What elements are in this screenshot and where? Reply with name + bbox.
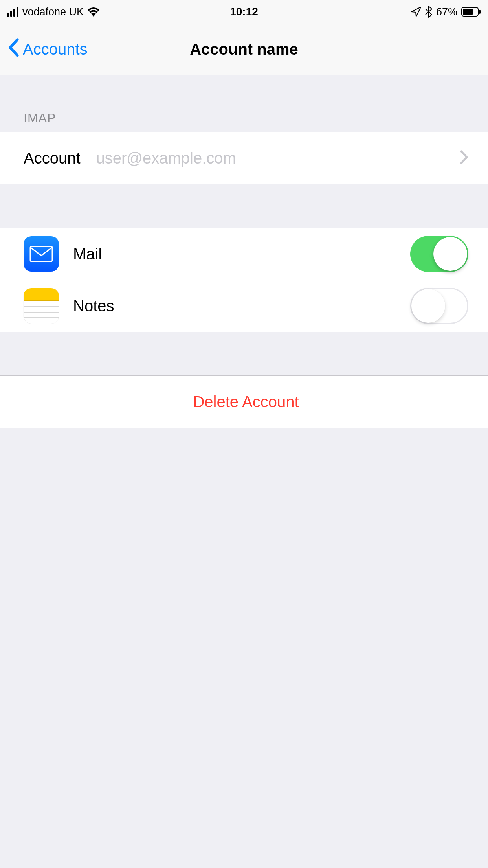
- back-button[interactable]: Accounts: [8, 38, 88, 61]
- chevron-left-icon: [8, 38, 19, 61]
- status-right: 67%: [316, 6, 481, 18]
- location-icon: [411, 7, 421, 17]
- account-label: Account: [24, 149, 81, 167]
- account-row[interactable]: Account user@example.com: [0, 132, 488, 184]
- mail-row: Mail: [0, 228, 488, 280]
- status-time: 10:12: [230, 6, 258, 18]
- notes-icon: [24, 288, 59, 324]
- cellular-signal-icon: [7, 7, 18, 17]
- wifi-icon: [88, 7, 99, 17]
- carrier-label: vodafone UK: [22, 6, 84, 18]
- section-header-imap: IMAP: [0, 75, 488, 132]
- back-label: Accounts: [23, 40, 88, 58]
- svg-rect-2: [479, 10, 481, 14]
- mail-toggle[interactable]: [410, 236, 468, 272]
- status-bar: vodafone UK 10:12 67%: [0, 0, 488, 24]
- mail-icon: [24, 236, 59, 272]
- chevron-right-icon: [460, 150, 468, 166]
- nav-bar: Accounts Account name: [0, 24, 488, 75]
- delete-account-label: Delete Account: [193, 393, 299, 411]
- bluetooth-icon: [425, 6, 432, 18]
- notes-label: Notes: [73, 297, 114, 315]
- account-value: user@example.com: [96, 149, 236, 167]
- delete-account-button[interactable]: Delete Account: [0, 376, 488, 428]
- battery-icon: [461, 7, 481, 17]
- group-services: Mail Notes: [0, 228, 488, 332]
- group-account: Account user@example.com: [0, 132, 488, 184]
- battery-percentage: 67%: [436, 6, 457, 18]
- notes-row: Notes: [0, 280, 488, 332]
- svg-rect-3: [30, 246, 52, 261]
- notes-toggle[interactable]: [410, 288, 468, 324]
- status-left: vodafone UK: [7, 6, 172, 18]
- mail-label: Mail: [73, 245, 102, 263]
- svg-rect-1: [463, 9, 473, 15]
- group-delete: Delete Account: [0, 375, 488, 428]
